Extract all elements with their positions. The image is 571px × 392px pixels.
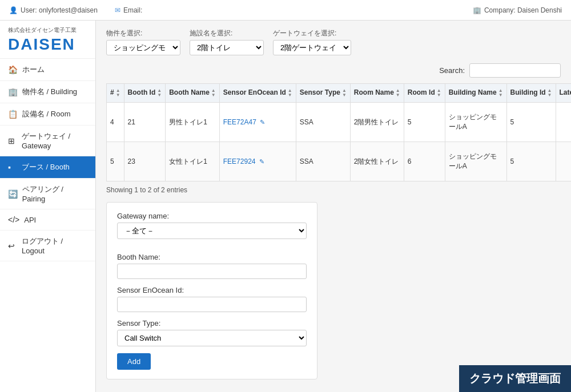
sidebar-item-building-label: 物件名 / Building <box>22 87 77 97</box>
form-group-sensor-id: Sensor EnOcean Id: <box>117 286 307 312</box>
form-gateway-select[interactable]: －全て－ <box>117 223 307 239</box>
gateway-icon: ⊞ <box>8 136 17 146</box>
col-header-booth-name[interactable]: Booth Name▲▼ <box>166 84 220 103</box>
form-booth-name-label: Booth Name: <box>117 253 307 261</box>
filter-facility-select[interactable]: 2階トイレ <box>190 40 264 55</box>
form-gateway-label: Gateway name: <box>117 212 307 220</box>
col-header-room-name[interactable]: Room Name▲▼ <box>350 84 404 103</box>
cell-sensor-type: SSA <box>296 142 350 181</box>
form-group-booth-name: Booth Name: <box>117 253 307 279</box>
topbar-company: 🏢 Company: Daisen Denshi <box>473 6 562 14</box>
sidebar-item-booth[interactable]: ▪ ブース / Booth <box>0 156 95 179</box>
search-label: Search: <box>439 66 465 75</box>
sidebar-item-logout[interactable]: ↩ ログアウト / Logout <box>0 231 95 261</box>
col-header-room-id[interactable]: Room Id▲▼ <box>404 84 445 103</box>
sidebar-item-booth-label: ブース / Booth <box>22 162 70 172</box>
api-icon: </> <box>8 215 19 224</box>
topbar-email: ✉ Email: <box>115 6 142 14</box>
cell-room-name: 2階女性トイレ <box>350 142 404 181</box>
cell-sensor-type: SSA <box>296 103 350 142</box>
sidebar-item-gateway-label: ゲートウェイ / Gateway <box>22 131 87 150</box>
filter-gateway: ゲートウェイを選択: 2階ゲートウェイ <box>273 29 351 55</box>
sidebar-item-api[interactable]: </> API <box>0 209 95 231</box>
topbar-user-label: User: onlyfortest@daisen <box>21 6 98 14</box>
col-header-sensor-enocean-id[interactable]: Sensor EnOcean Id▲▼ <box>219 84 296 103</box>
form-booth-name-input[interactable] <box>117 264 307 279</box>
cell-building-name: ショッピングモールA <box>445 103 506 142</box>
cell-booth-name: 女性トイレ1 <box>166 142 220 181</box>
booth-icon: ▪ <box>8 163 17 172</box>
sidebar-item-room-label: 設備名 / Room <box>22 109 71 119</box>
form-group-gateway: Gateway name: －全て－ <box>117 212 307 246</box>
filter-facility: 施設名を選択: 2階トイレ <box>190 29 264 55</box>
cell-room-id: 6 <box>404 142 445 181</box>
logo-company-name: 株式会社ダイセン電子工業 <box>8 26 87 34</box>
filter-property-label: 物件を選択: <box>106 29 180 38</box>
logout-icon: ↩ <box>8 241 17 250</box>
sidebar-item-pairing[interactable]: 🔄 ペアリング / Pairing <box>0 179 95 209</box>
add-button[interactable]: Add <box>117 353 151 370</box>
entries-count: Showing 1 to 2 of 2 entries <box>106 186 561 194</box>
cell-booth-id: 21 <box>124 103 166 142</box>
sidebar: 株式会社ダイセン電子工業 DAISEN 🏠 ホーム 🏢 物件名 / Buildi… <box>0 21 96 392</box>
col-header-latest-event[interactable]: Latest Event▲▼ <box>556 84 571 103</box>
col-header-building-id[interactable]: Building Id▲▼ <box>506 84 556 103</box>
table-row: 4 21 男性トイレ1 FEE72A47 ✎ SSA 2階男性トイレ 5 ショッ… <box>107 103 572 142</box>
topbar-company-label: Company: Daisen Denshi <box>484 6 562 14</box>
company-icon: 🏢 <box>473 6 481 14</box>
form-sensor-type-label: Sensor Type: <box>117 319 307 328</box>
cell-latest-event <box>556 103 571 142</box>
filter-property-select[interactable]: ショッピングモ <box>106 40 180 55</box>
brand-corner: クラウド管理画面 <box>459 365 571 392</box>
filter-property: 物件を選択: ショッピングモ <box>106 29 180 55</box>
cell-building-name: ショッピングモールA <box>445 142 506 181</box>
cell-building-id: 5 <box>506 142 556 181</box>
sidebar-nav: 🏠 ホーム 🏢 物件名 / Building 📋 設備名 / Room ⊞ ゲー… <box>0 59 95 392</box>
sidebar-item-pairing-label: ペアリング / Pairing <box>22 184 87 203</box>
cell-num: 4 <box>107 103 124 142</box>
logo-brand: DAISEN <box>8 35 87 54</box>
content-area: 物件を選択: ショッピングモ 施設名を選択: 2階トイレ ゲートウェイを選択: … <box>96 21 571 392</box>
col-header-building-name[interactable]: Building Name▲▼ <box>445 84 506 103</box>
home-icon: 🏠 <box>8 65 18 74</box>
form-group-sensor-type: Sensor Type: Call Switch <box>117 319 307 346</box>
table-header-row: #▲▼ Booth Id▲▼ Booth Name▲▼ Sensor EnOce… <box>107 84 572 103</box>
filter-gateway-label: ゲートウェイを選択: <box>273 29 351 38</box>
sidebar-item-home-label: ホーム <box>22 64 45 75</box>
cell-num: 5 <box>107 142 124 181</box>
email-icon: ✉ <box>115 6 120 14</box>
main-layout: 株式会社ダイセン電子工業 DAISEN 🏠 ホーム 🏢 物件名 / Buildi… <box>0 21 571 392</box>
logo-area: 株式会社ダイセン電子工業 DAISEN <box>0 21 95 59</box>
sidebar-item-logout-label: ログアウト / Logout <box>22 236 87 255</box>
filter-row: 物件を選択: ショッピングモ 施設名を選択: 2階トイレ ゲートウェイを選択: … <box>106 29 561 55</box>
sidebar-item-api-label: API <box>24 216 36 224</box>
sidebar-item-home[interactable]: 🏠 ホーム <box>0 59 95 81</box>
room-icon: 📋 <box>8 110 18 119</box>
cell-latest-event <box>556 142 571 181</box>
building-icon: 🏢 <box>8 87 18 96</box>
sidebar-item-gateway[interactable]: ⊞ ゲートウェイ / Gateway <box>0 126 95 156</box>
form-sensor-type-select[interactable]: Call Switch <box>117 330 307 346</box>
cell-sensor-enocean-id: FEE72A47 ✎ <box>219 103 296 142</box>
cell-room-id: 5 <box>404 103 445 142</box>
topbar-email-label: Email: <box>123 6 142 14</box>
sidebar-item-room[interactable]: 📋 設備名 / Room <box>0 103 95 126</box>
cell-building-id: 5 <box>506 103 556 142</box>
topbar: 👤 User: onlyfortest@daisen ✉ Email: 🏢 Co… <box>0 0 571 21</box>
filter-gateway-select[interactable]: 2階ゲートウェイ <box>273 40 351 55</box>
col-header-sensor-type[interactable]: Sensor Type▲▼ <box>296 84 350 103</box>
table-row: 5 23 女性トイレ1 FEE72924 ✎ SSA 2階女性トイレ 6 ショッ… <box>107 142 572 181</box>
search-input[interactable] <box>469 63 561 78</box>
sidebar-item-building[interactable]: 🏢 物件名 / Building <box>0 81 95 103</box>
cell-sensor-enocean-id: FEE72924 ✎ <box>219 142 296 181</box>
form-sensor-id-input[interactable] <box>117 297 307 312</box>
filter-facility-label: 施設名を選択: <box>190 29 264 38</box>
form-sensor-id-label: Sensor EnOcean Id: <box>117 286 307 294</box>
col-header-num[interactable]: #▲▼ <box>107 84 124 103</box>
cell-room-name: 2階男性トイレ <box>350 103 404 142</box>
search-row: Search: <box>106 63 561 78</box>
user-icon: 👤 <box>9 6 18 14</box>
data-table: #▲▼ Booth Id▲▼ Booth Name▲▼ Sensor EnOce… <box>106 83 571 181</box>
cell-booth-name: 男性トイレ1 <box>166 103 220 142</box>
col-header-booth-id[interactable]: Booth Id▲▼ <box>124 84 166 103</box>
